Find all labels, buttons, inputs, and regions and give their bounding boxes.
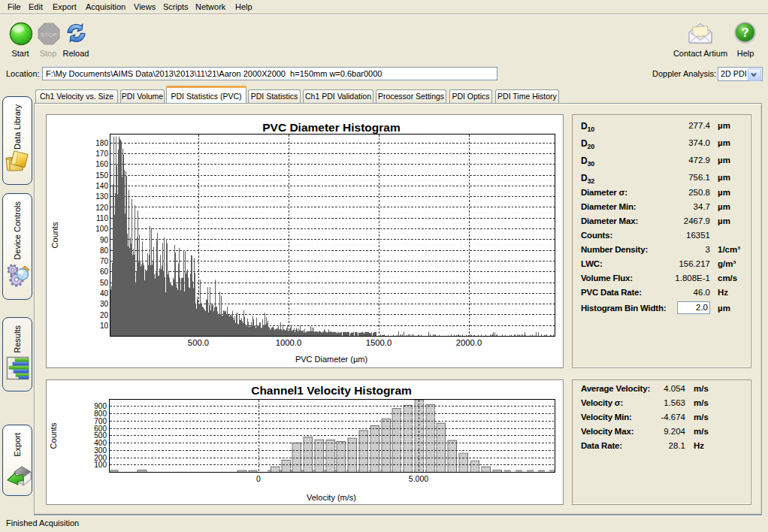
svg-text:110: 110: [96, 214, 108, 222]
svg-text:400: 400: [94, 439, 107, 447]
svg-text:500.0: 500.0: [188, 338, 209, 347]
svg-text:300: 300: [94, 446, 107, 455]
svg-text:120: 120: [95, 204, 108, 212]
svg-text:10: 10: [100, 322, 109, 330]
svg-text:Counts: Counts: [49, 422, 58, 449]
svg-text:0: 0: [256, 474, 261, 483]
svg-text:PVC Diameter (µm): PVC Diameter (µm): [295, 355, 367, 364]
svg-text:60: 60: [100, 268, 109, 276]
svg-text:Channel1 Velocity Histogram: Channel1 Velocity Histogram: [251, 384, 412, 397]
svg-text:1000.0: 1000.0: [276, 338, 302, 347]
svg-text:80: 80: [100, 246, 109, 255]
svg-text:180: 180: [95, 139, 108, 147]
svg-text:100: 100: [95, 225, 108, 233]
svg-text:Velocity (m/s): Velocity (m/s): [307, 493, 356, 502]
svg-text:90: 90: [100, 236, 109, 244]
svg-text:160: 160: [95, 160, 108, 168]
svg-text:70: 70: [100, 257, 109, 265]
svg-text:700: 700: [94, 417, 107, 425]
svg-text:200: 200: [94, 454, 107, 462]
svg-text:PVC Diameter Histogram: PVC Diameter Histogram: [262, 121, 400, 134]
svg-text:30: 30: [100, 300, 109, 308]
svg-text:50: 50: [100, 279, 109, 287]
svg-text:20: 20: [100, 311, 109, 319]
svg-text:170: 170: [95, 150, 108, 158]
svg-text:?: ?: [741, 26, 748, 39]
svg-text:STOP: STOP: [41, 32, 57, 38]
svg-text:600: 600: [94, 425, 107, 433]
svg-text:130: 130: [95, 192, 108, 201]
svg-text:Counts: Counts: [50, 222, 59, 248]
svg-text:150: 150: [95, 171, 108, 180]
svg-text:900: 900: [94, 402, 107, 410]
svg-text:500: 500: [94, 431, 107, 440]
svg-text:40: 40: [100, 289, 109, 298]
svg-text:2000.0: 2000.0: [456, 338, 482, 347]
svg-text:140: 140: [95, 182, 108, 190]
svg-text:100: 100: [94, 461, 107, 469]
svg-text:1500.0: 1500.0: [366, 338, 392, 347]
svg-text:800: 800: [94, 410, 107, 418]
svg-text:5.000: 5.000: [409, 474, 428, 483]
